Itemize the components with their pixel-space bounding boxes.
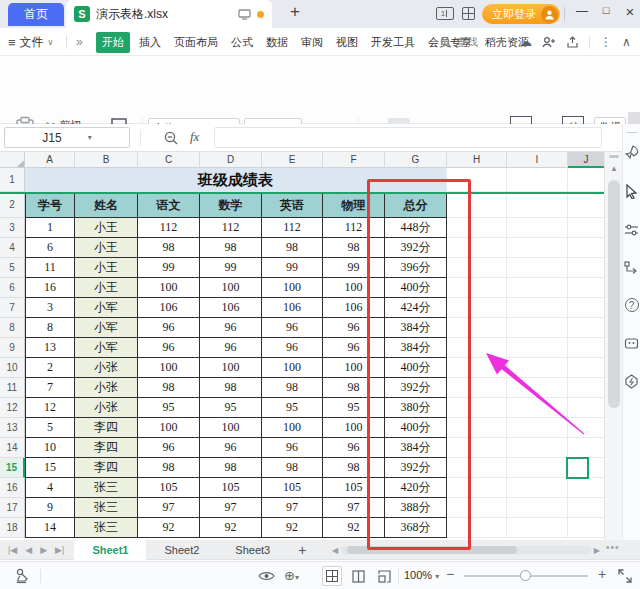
cell[interactable] <box>568 378 604 398</box>
row-header-15[interactable]: 15 <box>0 458 25 478</box>
cell[interactable]: 13 <box>25 338 75 358</box>
eye-protection-icon[interactable] <box>258 570 275 582</box>
ribbon-tab-7[interactable]: 视图 <box>332 32 362 53</box>
cell[interactable]: 11 <box>25 258 75 278</box>
cell[interactable]: 12 <box>25 398 75 418</box>
cell[interactable]: 368分 <box>385 518 447 538</box>
search-control[interactable]: 查找 <box>440 28 478 56</box>
cell[interactable]: 10 <box>25 438 75 458</box>
cell[interactable]: 380分 <box>385 398 447 418</box>
cell[interactable] <box>507 278 568 298</box>
cell[interactable] <box>507 418 568 438</box>
header-cell[interactable]: 学号 <box>25 192 75 218</box>
cell[interactable] <box>447 278 507 298</box>
header-cell[interactable]: 物理 <box>323 192 385 218</box>
cell[interactable]: 98 <box>200 458 262 478</box>
cell[interactable] <box>507 518 568 538</box>
cell[interactable]: 95 <box>262 398 323 418</box>
minimize-button[interactable]: — <box>572 4 592 18</box>
cell[interactable]: 384分 <box>385 318 447 338</box>
scroll-right-icon[interactable]: ▶ <box>594 546 600 555</box>
header-cell[interactable]: 语文 <box>138 192 200 218</box>
zoom-level[interactable]: 100% ▾ <box>404 569 439 581</box>
header-cell[interactable]: 姓名 <box>75 192 138 218</box>
cell[interactable] <box>507 238 568 258</box>
cell[interactable] <box>568 418 604 438</box>
cell[interactable]: 张三 <box>75 518 138 538</box>
cell[interactable]: 112 <box>323 218 385 238</box>
cell[interactable]: 100 <box>138 278 200 298</box>
row-header-4[interactable]: 4 <box>0 238 25 258</box>
cell[interactable] <box>507 258 568 278</box>
cell[interactable]: 96 <box>138 318 200 338</box>
cell[interactable] <box>507 478 568 498</box>
row-header-9[interactable]: 9 <box>0 338 25 358</box>
cursor-select-icon[interactable] <box>625 184 638 199</box>
cell[interactable]: 96 <box>323 338 385 358</box>
cell[interactable]: 100 <box>200 418 262 438</box>
cell[interactable] <box>447 258 507 278</box>
header-cell[interactable]: 总分 <box>385 192 447 218</box>
formula-input[interactable] <box>214 127 602 148</box>
cell[interactable]: 100 <box>200 278 262 298</box>
vertical-scroll-thumb[interactable] <box>608 180 620 408</box>
horizontal-scroll-thumb[interactable] <box>347 546 517 554</box>
cell[interactable] <box>568 518 604 538</box>
column-header-F[interactable]: F <box>323 152 385 168</box>
cell[interactable] <box>568 498 604 518</box>
cell[interactable]: 396分 <box>385 258 447 278</box>
cell[interactable]: 99 <box>138 258 200 278</box>
cell[interactable] <box>507 498 568 518</box>
cell[interactable]: 106 <box>200 298 262 318</box>
cell[interactable] <box>568 278 604 298</box>
cell[interactable]: 100 <box>138 358 200 378</box>
collapse-ribbon-icon[interactable]: ∧ <box>622 35 631 49</box>
cell[interactable]: 100 <box>262 278 323 298</box>
cell[interactable]: 小张 <box>75 358 138 378</box>
vertical-scrollbar[interactable]: ▲ <box>604 152 622 540</box>
cell[interactable] <box>568 318 604 338</box>
cell[interactable]: 小军 <box>75 338 138 358</box>
cell[interactable] <box>447 398 507 418</box>
cell[interactable]: 100 <box>138 418 200 438</box>
row-header-11[interactable]: 11 <box>0 378 25 398</box>
cell[interactable] <box>568 358 604 378</box>
cell[interactable]: 99 <box>200 258 262 278</box>
selected-cell-J15[interactable] <box>566 457 589 479</box>
cell[interactable]: 4 <box>25 478 75 498</box>
cell[interactable] <box>568 338 604 358</box>
cell[interactable]: 400分 <box>385 358 447 378</box>
cell[interactable]: 106 <box>138 298 200 318</box>
maximize-button[interactable]: □ <box>596 4 616 16</box>
cell[interactable] <box>447 498 507 518</box>
share-icon[interactable] <box>566 36 579 48</box>
page-layout-view-button[interactable] <box>348 566 368 586</box>
cell[interactable]: 16 <box>25 278 75 298</box>
cell-H1[interactable] <box>447 168 507 192</box>
ribbon-tab-3[interactable]: 页面布局 <box>170 32 222 53</box>
cell[interactable]: 388分 <box>385 498 447 518</box>
add-sheet-button[interactable]: + <box>288 542 316 558</box>
cell[interactable]: 392分 <box>385 458 447 478</box>
row-header-1[interactable]: 1 <box>0 168 25 192</box>
column-header-I[interactable]: I <box>507 152 568 168</box>
cell[interactable] <box>507 192 568 218</box>
cell-I1[interactable] <box>507 168 568 192</box>
cell[interactable]: 小军 <box>75 298 138 318</box>
cell[interactable] <box>507 398 568 418</box>
cell[interactable]: 96 <box>262 338 323 358</box>
cell[interactable]: 400分 <box>385 418 447 438</box>
column-header-J[interactable]: J <box>568 152 604 168</box>
cell[interactable] <box>568 238 604 258</box>
cell[interactable]: 384分 <box>385 338 447 358</box>
ribbon-tab-4[interactable]: 公式 <box>227 32 257 53</box>
document-tab[interactable]: S 演示表格.xlsx <box>66 0 272 28</box>
cell[interactable]: 5 <box>25 418 75 438</box>
first-sheet-icon[interactable]: |◀ <box>8 545 17 555</box>
row-header-8[interactable]: 8 <box>0 318 25 338</box>
present-monitor-icon[interactable] <box>238 9 251 20</box>
cell[interactable]: 张三 <box>75 478 138 498</box>
sliders-icon[interactable] <box>624 223 639 236</box>
cell[interactable]: 105 <box>200 478 262 498</box>
cell[interactable] <box>447 518 507 538</box>
